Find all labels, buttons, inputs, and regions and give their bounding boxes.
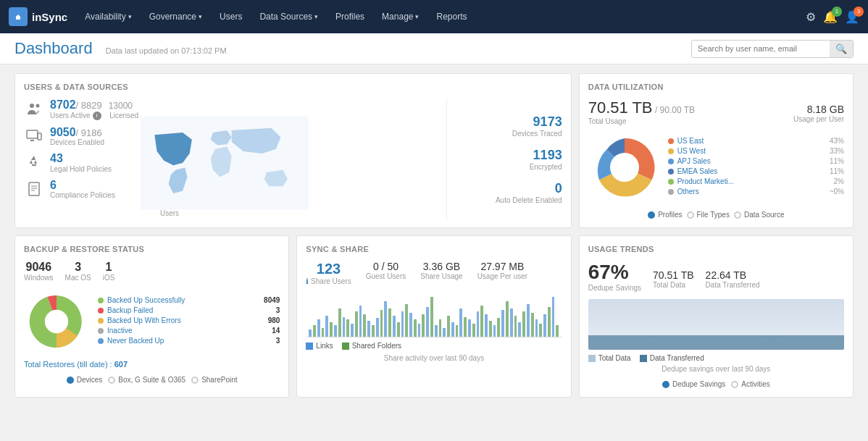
nav-item-availability[interactable]: Availability ▾ xyxy=(78,9,138,25)
util-legend: US East43%US West33%APJ Sales11%EMEA Sal… xyxy=(668,137,844,198)
brand-logo xyxy=(9,7,28,26)
encrypted-label: Encrypted xyxy=(462,163,562,171)
svg-rect-5 xyxy=(38,133,41,140)
search-input[interactable] xyxy=(692,41,830,56)
util-pie-chart xyxy=(588,131,661,203)
devices-value: 9050/ 9186 xyxy=(50,126,104,139)
sync-bar-chart xyxy=(306,294,562,337)
sync-bar xyxy=(447,316,450,337)
trends-filter-tab[interactable]: Dedupe Savings xyxy=(662,380,725,388)
users-stats-left: 8702/ 8829 13000 Users Active i Licensed xyxy=(24,98,154,220)
backup-filter-tab[interactable]: Box, G Suite & O365 xyxy=(108,376,185,384)
trends-filter-tab[interactable]: Activities xyxy=(731,380,769,388)
sync-bar xyxy=(506,301,509,337)
sync-bar xyxy=(334,325,337,337)
util-pie-container: US East43%US West33%APJ Sales11%EMEA Sal… xyxy=(588,131,844,203)
sync-bar xyxy=(397,322,400,337)
guest-users-count: 0 / 50 xyxy=(366,261,406,272)
auto-delete-block: 0 Auto Delete Enabled xyxy=(462,181,562,204)
sync-bar xyxy=(367,321,370,337)
dedupe-block: 67% Dedupe Savings xyxy=(588,261,641,292)
total-data-value: 70.51 TB xyxy=(653,269,694,281)
svg-point-1 xyxy=(30,104,34,108)
usage-per-user-stat: 27.97 MB Usage Per user xyxy=(477,261,527,285)
sync-bar xyxy=(372,325,375,337)
util-total-label: Total Usage xyxy=(588,117,695,125)
nav-item-profiles[interactable]: Profiles xyxy=(328,9,372,25)
sync-bar xyxy=(414,319,417,337)
users-active-block: 8702/ 8829 13000 Users Active i Licensed xyxy=(50,98,138,120)
sync-bar xyxy=(325,316,328,337)
sync-bar xyxy=(539,324,542,337)
sync-bar xyxy=(384,301,387,337)
sync-bar xyxy=(535,319,538,337)
backup-card-title: Backup & Restore Status xyxy=(24,245,280,253)
util-per-user-block: 8.18 GB Usage per User xyxy=(793,104,844,123)
util-card-title: Data Utilization xyxy=(588,83,844,91)
backup-legend: Backed Up Successfully8049Backup Failed3… xyxy=(98,296,280,347)
compliance-row: 6 Compliance Policies xyxy=(24,179,154,200)
share-usage-label: Share Usage xyxy=(420,272,462,280)
extra-stats: 4231 / 8115 Cloud Apps Enabled 57 Custod… xyxy=(154,98,446,220)
sync-bar xyxy=(426,307,429,337)
backup-pie-area: Backed Up Successfully8049Backup Failed3… xyxy=(24,289,280,354)
nav-item-manage[interactable]: Manage ▾ xyxy=(375,9,426,25)
sync-bar xyxy=(405,304,408,337)
sync-bar xyxy=(418,324,421,337)
backup-legend-item: Never Backed Up3 xyxy=(98,337,280,345)
sync-bar xyxy=(363,314,366,337)
info-icon: i xyxy=(93,112,101,120)
brand[interactable]: inSync xyxy=(9,7,67,26)
usage-per-user-label: Usage Per user xyxy=(477,272,527,280)
ios-stat: 1 iOS xyxy=(103,261,115,282)
util-legend-item: EMEA Sales11% xyxy=(668,167,844,175)
sync-bar xyxy=(472,324,475,337)
user-button[interactable]: 👤 3 xyxy=(845,10,859,24)
nav-item-governance[interactable]: Governance ▾ xyxy=(142,9,209,25)
sync-bar xyxy=(543,314,546,337)
sync-bar xyxy=(443,328,446,337)
util-legend-item: Product Marketi...2% xyxy=(668,177,844,185)
sync-bar xyxy=(480,306,483,337)
users-active-value: 8702/ 8829 13000 xyxy=(50,98,138,112)
sync-bar xyxy=(309,329,312,337)
settings-icon-button[interactable]: ⚙ xyxy=(806,10,816,24)
util-filter-tab[interactable]: File Types xyxy=(687,211,730,219)
sync-bar xyxy=(493,325,496,337)
sync-bar xyxy=(401,311,404,337)
encrypted-block: 1193 Encrypted xyxy=(462,148,562,171)
util-filter-tab[interactable]: Profiles xyxy=(648,211,682,219)
sync-bar xyxy=(330,322,333,337)
svg-rect-6 xyxy=(29,182,39,196)
users-grid: 8702/ 8829 13000 Users Active i Licensed xyxy=(24,98,562,220)
navbar: inSync Availability ▾ Governance ▾ Users… xyxy=(0,0,868,33)
backup-filter-tab[interactable]: SharePoint xyxy=(191,376,237,384)
util-filter-tab[interactable]: Data Source xyxy=(734,211,785,219)
search-button[interactable]: 🔍 xyxy=(830,41,853,57)
sync-bar xyxy=(393,316,396,337)
share-users-count: 123 xyxy=(306,261,351,277)
legal-hold-row: 43 Legal Hold Policies xyxy=(24,152,154,173)
backup-legend-item: Backed Up With Errors980 xyxy=(98,316,280,324)
compliance-value: 6 xyxy=(50,179,115,192)
total-data-label: Total Data xyxy=(653,281,694,289)
share-usage-stat: 3.36 GB Share Usage xyxy=(420,261,462,285)
nav-item-datasources[interactable]: Data Sources ▾ xyxy=(252,9,325,25)
nav-icons: ⚙ 🔔 1 👤 3 xyxy=(806,10,859,24)
devices-traced-value: 9173 xyxy=(462,114,562,130)
sync-bar xyxy=(456,325,459,337)
backup-filter-tab[interactable]: Devices xyxy=(67,376,103,384)
notifications-button[interactable]: 🔔 1 xyxy=(823,10,838,24)
ios-count: 1 xyxy=(103,261,115,274)
nav-item-users[interactable]: Users xyxy=(212,9,249,25)
nav-item-reports[interactable]: Reports xyxy=(429,9,474,25)
sync-bar xyxy=(522,311,525,337)
dedupe-label: Dedupe Savings xyxy=(588,284,641,292)
sync-bar xyxy=(359,306,362,337)
user-badge: 3 xyxy=(854,7,864,17)
sync-bar xyxy=(439,319,442,337)
sync-bar xyxy=(376,318,379,337)
sync-bar xyxy=(489,321,492,337)
sync-bar xyxy=(464,317,467,337)
util-legend-item: Others~0% xyxy=(668,188,844,196)
